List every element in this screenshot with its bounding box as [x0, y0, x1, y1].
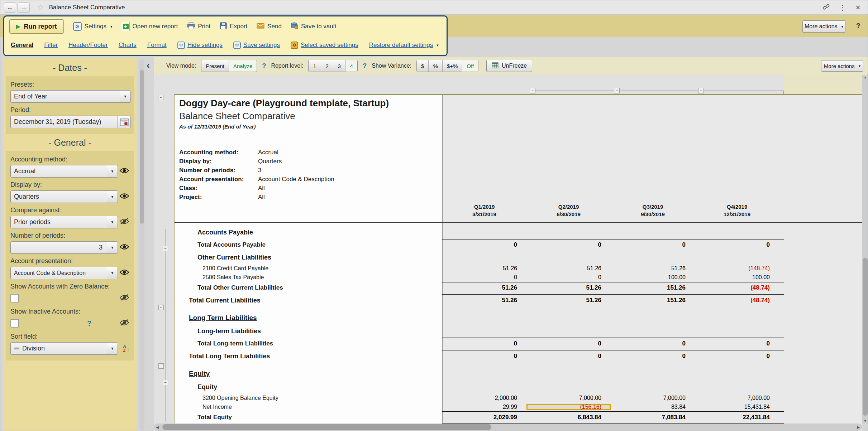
- link-icon[interactable]: [822, 3, 830, 12]
- scroll-left-icon[interactable]: ◀: [154, 425, 161, 429]
- row-label[interactable]: Net Income: [175, 404, 442, 410]
- account-presentation-select[interactable]: Account Code & Description ▼: [10, 267, 118, 279]
- value-cell[interactable]: 15,431.84: [695, 404, 779, 410]
- dropdown-arrow-icon[interactable]: ▼: [107, 343, 118, 354]
- compare-against-select[interactable]: Prior periods ▼: [10, 216, 118, 228]
- value-cell[interactable]: 0: [611, 340, 695, 347]
- present-button[interactable]: Present: [201, 60, 229, 72]
- value-cell[interactable]: 0: [442, 241, 526, 248]
- horizontal-scrollbar[interactable]: ◀ ▶: [154, 423, 862, 431]
- tab-charts[interactable]: Charts: [119, 42, 137, 49]
- value-cell[interactable]: 7,083.84: [611, 414, 695, 421]
- value-cell[interactable]: 51.26: [526, 297, 611, 304]
- print-button[interactable]: Print: [187, 22, 210, 31]
- row-label[interactable]: Total Long-term Liabilities: [175, 340, 442, 347]
- help-icon[interactable]: ?: [856, 22, 860, 30]
- outline-collapse-button[interactable]: −: [158, 305, 164, 310]
- help-icon[interactable]: ?: [87, 319, 91, 328]
- outline-collapse-button[interactable]: −: [530, 88, 535, 93]
- save-settings-link[interactable]: ⚙ Save settings: [233, 42, 280, 49]
- value-cell[interactable]: 51.26: [442, 284, 526, 291]
- row-label[interactable]: Total Other Current Liabilities: [175, 284, 442, 291]
- outline-collapse-button[interactable]: −: [614, 88, 620, 93]
- row-label[interactable]: Other Current Liabilities: [175, 254, 442, 261]
- value-cell[interactable]: 0: [526, 340, 611, 347]
- value-cell[interactable]: 0: [695, 353, 779, 360]
- value-cell[interactable]: (148.74): [695, 265, 779, 272]
- value-cell[interactable]: 7,000.00: [611, 395, 695, 401]
- calendar-button[interactable]: [118, 116, 130, 128]
- visibility-off-icon[interactable]: [119, 218, 129, 226]
- unfreeze-button[interactable]: UnFreeze: [486, 60, 532, 72]
- dropdown-arrow-icon[interactable]: ▼: [107, 267, 118, 279]
- value-cell[interactable]: 151.26: [611, 284, 695, 291]
- variance-off-button[interactable]: Off: [462, 60, 478, 72]
- vertical-scrollbar-thumb[interactable]: [863, 258, 868, 416]
- level-4-button[interactable]: 4: [345, 60, 357, 72]
- column-header[interactable]: Q4/201912/31/2019: [695, 203, 779, 218]
- row-label[interactable]: Accounts Payable: [175, 229, 442, 236]
- value-cell[interactable]: 51.26: [526, 265, 611, 272]
- value-cell[interactable]: 0: [611, 353, 695, 360]
- open-new-report-button[interactable]: + Open new report: [122, 22, 178, 31]
- row-label[interactable]: Total Accounts Payable: [175, 241, 442, 248]
- value-cell[interactable]: 100.00: [695, 274, 779, 281]
- value-cell[interactable]: 0: [442, 274, 526, 281]
- scroll-up-icon[interactable]: ▲: [862, 76, 868, 79]
- export-button[interactable]: Export: [220, 22, 247, 31]
- outline-collapse-button[interactable]: −: [698, 88, 704, 93]
- presets-select[interactable]: End of Year ▼: [10, 90, 131, 103]
- value-cell[interactable]: 0: [695, 340, 779, 347]
- column-header[interactable]: Q1/20193/31/2019: [442, 203, 526, 218]
- dropdown-arrow-icon[interactable]: ▼: [107, 191, 118, 203]
- row-label[interactable]: 3200 Opening Balance Equity: [175, 395, 442, 401]
- row-label[interactable]: 2500 Sales Tax Payable: [175, 274, 442, 281]
- outline-collapse-button[interactable]: −: [158, 95, 163, 100]
- value-cell[interactable]: (48.74): [695, 297, 779, 304]
- value-cell[interactable]: 83.84: [611, 404, 695, 410]
- save-to-vault-button[interactable]: Save to vault: [291, 22, 336, 31]
- run-report-button[interactable]: ▶ Run report: [9, 19, 64, 34]
- send-button[interactable]: Send: [257, 23, 282, 30]
- value-cell[interactable]: 0: [442, 340, 526, 347]
- value-cell[interactable]: 29.99: [442, 404, 526, 410]
- row-label[interactable]: Long-term Liabilities: [175, 328, 442, 335]
- visibility-icon[interactable]: [119, 167, 129, 175]
- value-cell[interactable]: 0: [526, 274, 611, 281]
- collapse-sidebar-chevron-icon[interactable]: ‹: [147, 60, 150, 71]
- restore-default-settings-link[interactable]: Restore default settings ▾: [369, 42, 439, 49]
- tab-filter[interactable]: Filter: [44, 42, 58, 49]
- visibility-off-icon[interactable]: [119, 319, 129, 328]
- variance-dollar-percent-button[interactable]: $+%: [442, 60, 462, 72]
- value-cell[interactable]: 22,431.84: [695, 414, 779, 421]
- scroll-down-icon[interactable]: ▼: [862, 419, 868, 423]
- dropdown-arrow-icon[interactable]: ▼: [107, 165, 118, 177]
- value-cell[interactable]: (156.16): [526, 404, 611, 410]
- row-label[interactable]: Long Term Liabilities: [175, 314, 442, 322]
- value-cell[interactable]: 0: [442, 353, 526, 360]
- row-label[interactable]: Equity: [175, 383, 442, 391]
- visibility-icon[interactable]: [119, 243, 129, 252]
- value-cell[interactable]: 7,000.00: [695, 395, 779, 401]
- outline-collapse-button[interactable]: −: [163, 380, 168, 385]
- level-3-button[interactable]: 3: [333, 60, 345, 72]
- value-cell[interactable]: 51.26: [442, 297, 526, 304]
- dropdown-arrow-icon[interactable]: ▼: [120, 91, 130, 102]
- visibility-icon[interactable]: [119, 193, 129, 201]
- help-icon[interactable]: ?: [262, 62, 266, 70]
- hide-settings-link[interactable]: ⚙ Hide settings: [177, 42, 223, 49]
- value-cell[interactable]: 0: [695, 241, 779, 248]
- scroll-right-icon[interactable]: ▶: [855, 425, 862, 429]
- value-cell[interactable]: 151.26: [611, 297, 695, 304]
- select-saved-settings-link[interactable]: ⚙ Select saved settings: [291, 42, 358, 49]
- number-of-periods-input[interactable]: 3 ▼: [10, 241, 118, 254]
- visibility-icon[interactable]: [119, 269, 129, 277]
- variance-percent-button[interactable]: %: [428, 60, 442, 72]
- outline-collapse-button[interactable]: −: [158, 363, 164, 369]
- more-actions-button-top[interactable]: More actions▾: [802, 20, 845, 33]
- inactive-accounts-checkbox[interactable]: [10, 319, 19, 328]
- value-cell[interactable]: 51.26: [611, 265, 695, 272]
- value-cell[interactable]: (48.74): [695, 284, 779, 291]
- level-1-button[interactable]: 1: [309, 60, 321, 72]
- settings-button[interactable]: ⚙ Settings▾: [73, 22, 113, 31]
